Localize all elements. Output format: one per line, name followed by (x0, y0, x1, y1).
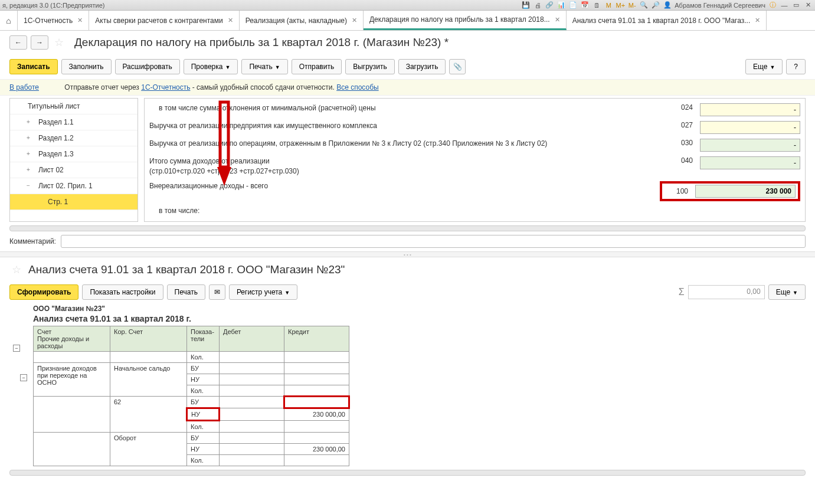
save-icon[interactable]: 💾 (521, 1, 531, 10)
expand-icon[interactable]: + (27, 150, 30, 157)
all-methods-link[interactable]: Все способы (336, 83, 379, 91)
collapse-toggle[interactable]: − (20, 374, 27, 381)
row-label: Выручка от реализации по операциям, отра… (149, 139, 662, 149)
import-button[interactable]: Загрузить (398, 59, 446, 74)
mminus-icon[interactable]: M- (627, 1, 637, 10)
mail-button[interactable]: ✉ (209, 284, 225, 300)
close-icon[interactable]: ✕ (555, 16, 560, 24)
tab-declaration[interactable]: Декларация по налогу на прибыль за 1 ква… (364, 11, 567, 30)
cell: 230 000,00 (284, 408, 349, 421)
sum-value: 0,00 (688, 285, 765, 299)
zoom-in-icon[interactable]: 🔍 (639, 1, 649, 10)
tree-item-sheet-02[interactable]: +Лист 02 (10, 162, 138, 178)
mplus-icon[interactable]: M+ (616, 1, 625, 10)
generate-button[interactable]: Сформировать (9, 284, 78, 300)
table-row[interactable]: 62БУ (34, 397, 349, 408)
table-row[interactable]: Кол. (34, 352, 349, 363)
collapse-toggle[interactable]: − (13, 345, 20, 352)
table-row[interactable]: Признание доходов при переходе на ОСНОНа… (34, 363, 349, 374)
print-button[interactable]: Печать▼ (241, 59, 287, 74)
cell (34, 433, 110, 466)
close-icon[interactable]: ✕ (77, 17, 83, 24)
more-report-button[interactable]: Еще▼ (768, 284, 806, 300)
cell (284, 374, 349, 385)
main-area: Титульный лист +Раздел 1.1 +Раздел 1.2 +… (0, 96, 815, 224)
decrypt-button[interactable]: Расшифровать (115, 59, 180, 74)
tree-item-page-1[interactable]: Стр. 1 (10, 194, 138, 210)
cell (220, 397, 284, 408)
link-icon[interactable]: 🔗 (545, 1, 554, 10)
expand-icon[interactable]: + (27, 166, 30, 173)
zoom-out-icon[interactable]: 🔎 (651, 1, 660, 10)
form-row: Итого сумма доходов от реализации (стр.0… (149, 154, 800, 179)
tab-analysis[interactable]: Анализ счета 91.01 за 1 квартал 2018 г. … (567, 11, 767, 30)
tab-acts[interactable]: Акты сверки расчетов с контрагентами✕ (89, 11, 239, 30)
form-row-highlighted: Внереализационные доходы - всего 100 (149, 179, 800, 204)
status-link[interactable]: В работе (9, 83, 39, 91)
minimize-icon[interactable]: — (780, 1, 789, 10)
favorite-icon[interactable]: ☆ (12, 263, 21, 276)
cell (220, 363, 284, 374)
row-input[interactable] (700, 103, 800, 116)
m-icon[interactable]: M (604, 1, 613, 10)
comment-label: Комментарий: (9, 237, 56, 246)
row-input[interactable] (700, 139, 800, 152)
row-input[interactable] (700, 121, 800, 134)
row-input[interactable] (700, 156, 800, 169)
calc-icon[interactable]: 📊 (557, 1, 566, 10)
save-button[interactable]: Записать (9, 59, 58, 74)
fill-button[interactable]: Заполнить (61, 59, 112, 74)
cell: Оборот (110, 433, 187, 466)
maximize-icon[interactable]: ▭ (791, 1, 801, 10)
tree-item-title[interactable]: Титульный лист (10, 99, 138, 114)
back-button[interactable]: ← (9, 35, 27, 50)
tree-item-section-1-2[interactable]: +Раздел 1.2 (10, 130, 138, 146)
close-icon[interactable]: ✕ (755, 17, 760, 24)
doc-icon[interactable]: 📄 (568, 1, 578, 10)
tree-item-section-1-1[interactable]: +Раздел 1.1 (10, 114, 138, 130)
collapse-icon[interactable]: − (27, 182, 30, 189)
comment-input[interactable] (61, 235, 806, 248)
help-button[interactable]: ? (786, 59, 806, 74)
tree-item-section-1-3[interactable]: +Раздел 1.3 (10, 146, 138, 162)
form-content[interactable]: в том числе сумма отклонения от минималь… (144, 98, 806, 222)
tab-reporting[interactable]: 1С-Отчетность✕ (18, 11, 89, 30)
close-icon[interactable]: ✕ (228, 17, 233, 24)
register-button[interactable]: Регистр учета▼ (229, 284, 297, 300)
info-icon[interactable]: ⓘ (768, 1, 777, 10)
horizontal-scrollbar[interactable] (9, 225, 806, 231)
section-tree[interactable]: Титульный лист +Раздел 1.1 +Раздел 1.2 +… (9, 98, 138, 222)
favorite-icon[interactable]: ☆ (54, 36, 64, 49)
row-input[interactable] (695, 185, 796, 198)
cell (220, 385, 284, 397)
table-row[interactable]: ОборотБУ (34, 433, 349, 444)
horizontal-scrollbar[interactable] (9, 470, 806, 476)
show-settings-button[interactable]: Показать настройки (82, 284, 163, 300)
tree-item-sheet-02-app1[interactable]: −Лист 02. Прил. 1 (10, 178, 138, 194)
cell: НУ (187, 374, 220, 385)
attach-button[interactable]: 📎 (449, 59, 466, 74)
export-button[interactable]: Выгрузить (345, 59, 395, 74)
cell: БУ (187, 363, 220, 374)
grid-icon[interactable]: 🗓 (592, 1, 601, 10)
reporting-link[interactable]: 1С-Отчетность (141, 83, 190, 91)
forward-button[interactable]: → (31, 35, 48, 50)
section2-header: ☆ Анализ счета 91.01 за 1 квартал 2018 г… (0, 257, 815, 282)
home-tab[interactable]: ⌂ (0, 11, 18, 30)
close-icon[interactable]: ✕ (803, 1, 813, 10)
send-button[interactable]: Отправить (292, 59, 342, 74)
more-button[interactable]: Еще▼ (745, 59, 783, 74)
check-button[interactable]: Проверка▼ (184, 59, 238, 74)
print-icon[interactable]: 🖨 (533, 1, 542, 10)
expand-icon[interactable]: + (27, 135, 30, 141)
pane-divider[interactable]: • • • (0, 251, 815, 257)
expand-icon[interactable]: + (27, 119, 30, 125)
close-icon[interactable]: ✕ (352, 17, 357, 24)
cell (284, 363, 349, 374)
row-code: 040 (669, 156, 693, 165)
tab-realization[interactable]: Реализация (акты, накладные)✕ (240, 11, 364, 30)
cell (220, 455, 284, 466)
user-icon[interactable]: 👤 (663, 1, 672, 10)
calendar-icon[interactable]: 📅 (580, 1, 590, 10)
print-report-button[interactable]: Печать (167, 284, 205, 300)
